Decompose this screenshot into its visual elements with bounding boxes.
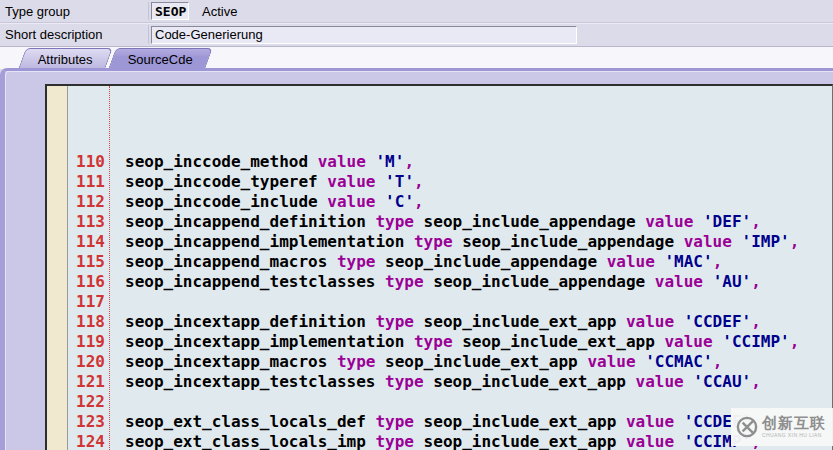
line-number: 124 [68, 432, 105, 450]
code-text: seop_incappend_implementation type seop_… [105, 232, 799, 252]
line-number: 121 [68, 372, 105, 392]
line-number: 122 [68, 392, 105, 412]
line-number: 123 [68, 412, 105, 432]
code-line[interactable]: 119seop_incextapp_implementation type se… [68, 332, 832, 352]
code-text: seop_incappend_definition type seop_incl… [105, 212, 761, 232]
line-number-separator [109, 86, 110, 450]
code-line[interactable]: 115seop_incappend_macros type seop_inclu… [68, 252, 832, 272]
breakpoint-gutter[interactable] [47, 86, 68, 450]
code-editor[interactable]: 110seop_inccode_method value 'M',111seop… [45, 84, 833, 450]
watermark-subtext: CHUANG XIN HU LIAN [762, 433, 826, 438]
header-area: Type group SEOP Active Short description… [0, 0, 833, 47]
code-line[interactable]: 124seop_ext_class_locals_imp type seop_i… [68, 432, 832, 450]
watermark: 创新互联 CHUANG XIN HU LIAN [731, 408, 833, 446]
tab-sourcecde[interactable]: SourceCde [108, 48, 213, 69]
code-text: seop_incappend_testclasses type seop_inc… [105, 272, 761, 292]
code-line[interactable]: 121seop_incextapp_testclasses type seop_… [68, 372, 832, 392]
type-group-field[interactable]: SEOP [151, 2, 189, 20]
code-line[interactable]: 116seop_incappend_testclasses type seop_… [68, 272, 832, 292]
line-number: 120 [68, 352, 105, 372]
code-line[interactable]: 120seop_incextapp_macros type seop_inclu… [68, 352, 832, 372]
type-group-row: Type group SEOP Active [0, 0, 833, 22]
line-number: 119 [68, 332, 105, 352]
code-line[interactable]: 111seop_inccode_typeref value 'T', [68, 172, 832, 192]
code-line[interactable]: 113seop_incappend_definition type seop_i… [68, 212, 832, 232]
sap-window: Type group SEOP Active Short description… [0, 0, 833, 69]
code-line[interactable]: 110seop_inccode_method value 'M', [68, 152, 832, 172]
code-text: seop_inccode_include value 'C', [105, 192, 424, 212]
short-description-row: Short description Code-Generierung [0, 22, 833, 46]
status-text: Active [202, 4, 237, 19]
watermark-text: 创新互联 [762, 416, 826, 431]
code-line[interactable]: 114seop_incappend_implementation type se… [68, 232, 832, 252]
line-number: 112 [68, 192, 105, 212]
code-line[interactable]: 122 [68, 392, 832, 412]
short-description-label: Short description [5, 27, 151, 42]
code-text: seop_incextapp_definition type seop_incl… [105, 312, 761, 332]
tab-panel: 110seop_inccode_method value 'M',111seop… [0, 68, 833, 450]
code-line[interactable]: 118seop_incextapp_definition type seop_i… [68, 312, 832, 332]
code-line[interactable]: 112seop_inccode_include value 'C', [68, 192, 832, 212]
code-text: seop_incextapp_macros type seop_include_… [105, 352, 722, 372]
code-text: seop_inccode_method value 'M', [105, 152, 414, 172]
line-number: 117 [68, 292, 105, 312]
tab-attributes[interactable]: Attributes [18, 48, 113, 69]
code-text: seop_inccode_typeref value 'T', [105, 172, 424, 192]
code-text: seop_incextapp_implementation type seop_… [105, 332, 799, 352]
code-text [105, 292, 125, 312]
code-line[interactable]: 117 [68, 292, 832, 312]
code-text: seop_incextapp_testclasses type seop_inc… [105, 372, 761, 392]
tab-attributes-label: Attributes [38, 52, 93, 67]
line-number: 110 [68, 152, 105, 172]
code-text: seop_ext_class_locals_imp type seop_incl… [105, 432, 761, 450]
line-number: 111 [68, 172, 105, 192]
code-lines: 110seop_inccode_method value 'M',111seop… [68, 86, 832, 450]
code-text: seop_ext_class_locals_def type seop_incl… [105, 412, 761, 432]
tab-strip: Attributes SourceCde [0, 47, 833, 69]
code-text [105, 392, 125, 412]
type-group-label: Type group [5, 4, 151, 19]
chuangxin-logo-icon [736, 416, 758, 438]
line-number: 113 [68, 212, 105, 232]
tab-sourcecde-label: SourceCde [128, 52, 193, 67]
code-text: seop_incappend_macros type seop_include_… [105, 252, 722, 272]
line-number: 116 [68, 272, 105, 292]
short-description-field[interactable]: Code-Generierung [151, 26, 577, 44]
line-number: 114 [68, 232, 105, 252]
line-number: 118 [68, 312, 105, 332]
line-number: 115 [68, 252, 105, 272]
code-line[interactable]: 123seop_ext_class_locals_def type seop_i… [68, 412, 832, 432]
